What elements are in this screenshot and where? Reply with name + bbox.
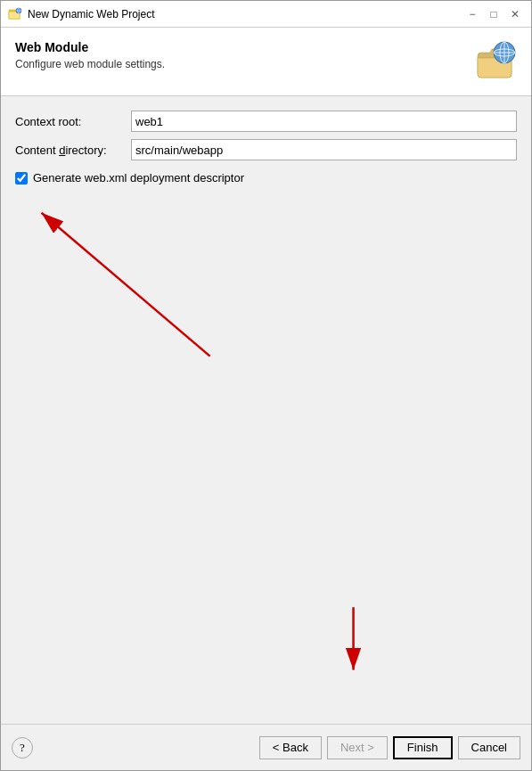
annotation-arrows xyxy=(1,96,531,724)
content-directory-row: Content directory: xyxy=(15,139,517,160)
title-bar-controls: − □ ✕ xyxy=(463,5,524,23)
context-root-label: Context root: xyxy=(15,115,131,128)
title-bar: New Dynamic Web Project − □ ✕ xyxy=(1,1,531,28)
dialog-footer: ? < Back Next > Finish Cancel xyxy=(1,724,531,770)
next-button[interactable]: Next > xyxy=(327,736,388,759)
help-button[interactable]: ? xyxy=(12,737,33,759)
context-root-row: Context root: xyxy=(15,111,517,132)
dialog-window: New Dynamic Web Project − □ ✕ Web Module… xyxy=(0,0,532,771)
window-title: New Dynamic Web Project xyxy=(28,8,155,21)
svg-line-11 xyxy=(42,213,210,357)
content-directory-input[interactable] xyxy=(131,139,517,160)
dialog-header: Web Module Configure web module settings… xyxy=(1,28,531,96)
window-icon xyxy=(8,7,22,21)
title-bar-left: New Dynamic Web Project xyxy=(8,7,155,21)
header-text: Web Module Configure web module settings… xyxy=(15,40,165,70)
footer-right: < Back Next > Finish Cancel xyxy=(259,736,520,759)
generate-webxml-label[interactable]: Generate web.xml deployment descriptor xyxy=(33,171,244,185)
checkbox-row: Generate web.xml deployment descriptor xyxy=(15,171,517,185)
footer-left: ? xyxy=(12,737,33,759)
dialog-content: Context root: Content directory: Generat… xyxy=(1,96,531,724)
header-subtitle: Configure web module settings. xyxy=(15,58,165,70)
context-root-input[interactable] xyxy=(131,111,517,132)
header-title: Web Module xyxy=(15,40,165,54)
cancel-button[interactable]: Cancel xyxy=(458,736,520,759)
minimize-button[interactable]: − xyxy=(463,5,481,23)
content-directory-label: Content directory: xyxy=(15,144,131,157)
generate-webxml-checkbox[interactable] xyxy=(15,172,28,185)
globe-folder-icon xyxy=(474,40,517,83)
close-button[interactable]: ✕ xyxy=(506,5,524,23)
maximize-button[interactable]: □ xyxy=(485,5,503,23)
back-button[interactable]: < Back xyxy=(259,736,322,759)
finish-button[interactable]: Finish xyxy=(393,736,453,759)
